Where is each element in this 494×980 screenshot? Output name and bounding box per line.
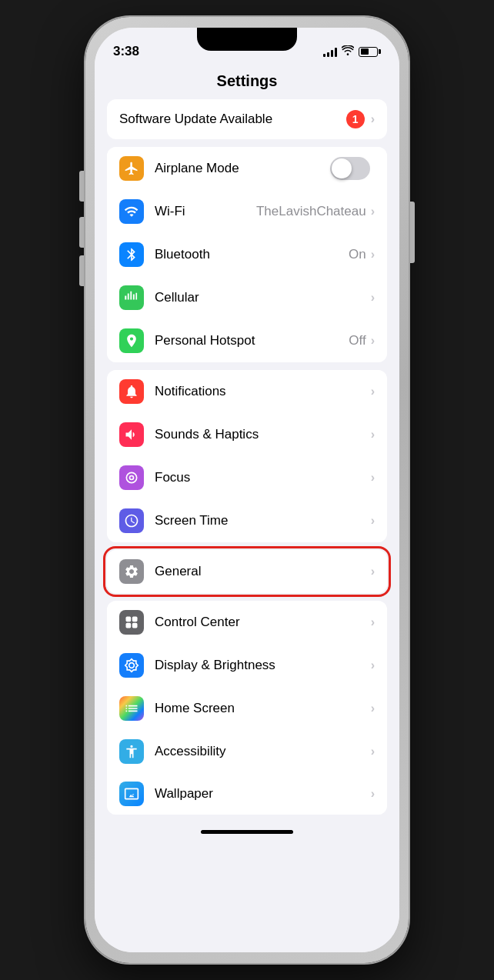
display-brightness-icon (119, 653, 144, 678)
sounds-haptics-icon (119, 422, 144, 447)
general-section: General › (107, 550, 387, 593)
notifications-row[interactable]: Notifications › (107, 370, 387, 413)
battery-icon (359, 47, 381, 57)
wallpaper-label: Wallpaper (155, 786, 371, 802)
screen-time-chevron-icon: › (371, 514, 375, 528)
control-center-row[interactable]: Control Center › (107, 601, 387, 644)
bluetooth-label: Bluetooth (155, 247, 349, 262)
svg-rect-1 (132, 617, 138, 622)
focus-chevron-icon: › (371, 471, 375, 485)
wallpaper-row[interactable]: Wallpaper › (107, 773, 387, 815)
wifi-label: Wi-Fi (155, 204, 256, 219)
status-time: 3:38 (113, 44, 139, 59)
general-label: General (155, 564, 371, 579)
status-icons (323, 45, 381, 58)
control-center-icon (119, 610, 144, 635)
wifi-status-icon (342, 45, 354, 58)
bluetooth-row[interactable]: Bluetooth On › (107, 233, 387, 276)
general-highlight-wrap: General › (107, 550, 387, 593)
phone-frame: 3:38 (85, 17, 409, 963)
screen-time-icon (119, 508, 144, 533)
home-screen-icon (119, 696, 144, 721)
phone-screen: 3:38 (95, 28, 399, 952)
sounds-haptics-row[interactable]: Sounds & Haptics › (107, 413, 387, 456)
personal-hotspot-value: Off (349, 333, 365, 348)
wallpaper-chevron-icon: › (371, 787, 375, 801)
personal-hotspot-label: Personal Hotspot (155, 333, 349, 348)
general-row[interactable]: General › (107, 550, 387, 593)
accessibility-label: Accessibility (155, 744, 371, 759)
screen-time-label: Screen Time (155, 513, 371, 528)
home-screen-row[interactable]: Home Screen › (107, 687, 387, 730)
wallpaper-icon (119, 782, 144, 806)
display-brightness-label: Display & Brightness (155, 658, 371, 673)
page-title: Settings (95, 66, 399, 99)
software-update-label: Software Update Available (119, 112, 346, 127)
update-chevron-icon: › (371, 112, 375, 126)
general-chevron-icon: › (371, 565, 375, 578)
svg-rect-3 (132, 623, 138, 628)
bluetooth-value: On (349, 247, 366, 262)
airplane-mode-icon (119, 156, 144, 181)
airplane-mode-label: Airplane Mode (155, 161, 330, 176)
bluetooth-icon (119, 242, 144, 267)
software-update-row[interactable]: Software Update Available 1 › (107, 99, 387, 139)
connectivity-section: Airplane Mode Wi-Fi TheLavishChateau › (107, 147, 387, 362)
notifications-chevron-icon: › (371, 385, 375, 398)
focus-label: Focus (155, 470, 371, 485)
cellular-row[interactable]: Cellular › (107, 276, 387, 319)
bottom-section: Control Center › Display & Brightness › (107, 601, 387, 815)
accessibility-chevron-icon: › (371, 745, 375, 758)
home-screen-chevron-icon: › (371, 702, 375, 715)
sounds-haptics-chevron-icon: › (371, 428, 375, 442)
general-icon (119, 559, 144, 584)
airplane-mode-toggle[interactable] (330, 157, 370, 180)
accessibility-row[interactable]: Accessibility › (107, 730, 387, 773)
accessibility-icon (119, 739, 144, 764)
sounds-haptics-label: Sounds & Haptics (155, 427, 371, 442)
notch (197, 28, 297, 51)
notifications-section: Notifications › Sounds & Haptics › (107, 370, 387, 542)
wifi-row[interactable]: Wi-Fi TheLavishChateau › (107, 190, 387, 233)
signal-bars-icon (323, 46, 337, 57)
notifications-icon (119, 379, 144, 404)
cellular-label: Cellular (155, 290, 371, 305)
bluetooth-chevron-icon: › (371, 248, 375, 262)
display-brightness-chevron-icon: › (371, 658, 375, 672)
wifi-icon (119, 199, 144, 224)
screen-content[interactable]: Settings Software Update Available 1 › A… (95, 66, 399, 952)
notifications-label: Notifications (155, 384, 371, 399)
bottom-section-wrap: Control Center › Display & Brightness › (107, 601, 387, 815)
svg-rect-2 (126, 623, 132, 628)
wifi-chevron-icon: › (371, 205, 375, 218)
update-badge: 1 (346, 110, 365, 128)
display-brightness-row[interactable]: Display & Brightness › (107, 644, 387, 687)
personal-hotspot-chevron-icon: › (371, 334, 375, 348)
personal-hotspot-icon (119, 328, 144, 353)
home-indicator (201, 830, 293, 834)
control-center-label: Control Center (155, 615, 371, 630)
focus-row[interactable]: Focus › (107, 456, 387, 499)
svg-rect-0 (126, 617, 132, 622)
control-center-chevron-icon: › (371, 615, 375, 629)
cellular-icon (119, 285, 144, 310)
focus-icon (119, 465, 144, 490)
wifi-value: TheLavishChateau (256, 204, 366, 219)
personal-hotspot-row[interactable]: Personal Hotspot Off › (107, 319, 387, 362)
airplane-mode-row[interactable]: Airplane Mode (107, 147, 387, 190)
home-screen-label: Home Screen (155, 701, 371, 716)
screen-time-row[interactable]: Screen Time › (107, 499, 387, 542)
cellular-chevron-icon: › (371, 291, 375, 305)
